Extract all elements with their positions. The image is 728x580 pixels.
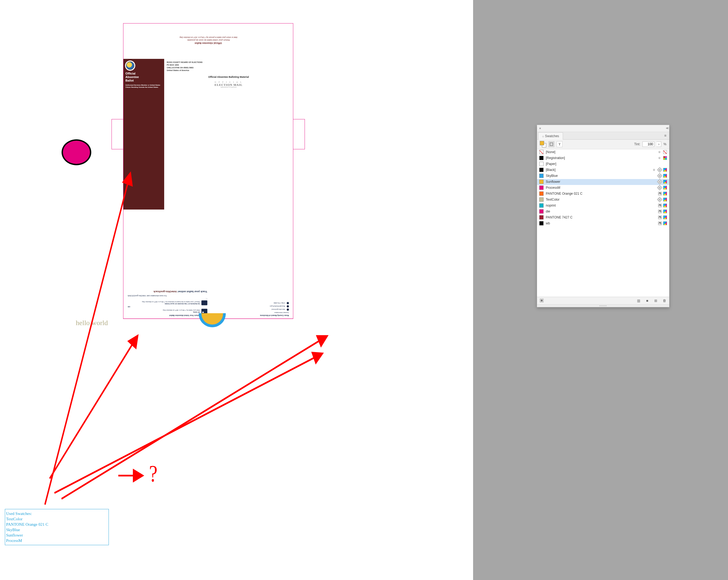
mailbox-icon	[201, 309, 207, 314]
text-formatting-button[interactable]: T	[556, 141, 563, 147]
swatch-name: noprint	[546, 204, 656, 207]
swatch-type-icons	[658, 174, 667, 178]
swatch-name: TextColor	[546, 197, 656, 202]
object-formatting-button[interactable]	[548, 141, 554, 147]
cmyk-mode-icon	[663, 197, 667, 202]
swatch-name: PANTONE 7427 C	[546, 215, 656, 219]
pasteboard[interactable]: ✕ << ◇Swatches ≡ T Tint: > % [None][Regi…	[473, 0, 728, 580]
tab-caret-icon: ◇	[542, 135, 544, 138]
election-mail-logo: O F F I C I A L ELECTION MAIL Authorized…	[167, 81, 290, 88]
howto-mail-row: BY MAIL Mail your ballot by 7:30 p.m. ED…	[128, 309, 207, 314]
question-mark-annotation: ?	[149, 460, 157, 486]
used-swatches-item: PANTONE Orange 021 C	[6, 522, 108, 527]
contact-row: boe.ohio.gov/ross/	[209, 308, 289, 311]
swatch-type-icons	[658, 186, 667, 189]
new-group-button[interactable]: ■	[645, 298, 650, 303]
close-icon[interactable]: ✕	[538, 126, 542, 130]
swatch-row[interactable]: PANTONE 7427 C	[537, 215, 669, 220]
sunflower-half-circle[interactable]	[199, 313, 226, 327]
panel-titlebar[interactable]: ✕ <<	[537, 125, 669, 132]
new-swatch-button[interactable]: ⊞	[653, 298, 658, 303]
swatch-row[interactable]: TextColor	[537, 197, 669, 203]
hello-world-text[interactable]: hello world	[76, 319, 108, 327]
swatch-type-icons	[652, 168, 667, 172]
artboard[interactable]: Official Absentee Ballot Return your vot…	[0, 0, 473, 580]
swatch-name: die	[546, 210, 656, 213]
used-swatches-title: Used Swatches:	[6, 511, 108, 516]
spot-type-icon	[658, 216, 661, 219]
swatch-row[interactable]: noprint	[537, 203, 669, 209]
swatch-options-button[interactable]: ▥	[636, 298, 641, 303]
contact-row: (740) 775-2350	[209, 302, 289, 304]
swatch-row[interactable]: ProcessM	[537, 185, 669, 191]
envelope-top-flap: Official Absentee Ballot Return your vot…	[123, 24, 293, 59]
swatch-type-icons	[658, 197, 667, 202]
collapse-icon[interactable]: <<	[666, 126, 668, 130]
swatch-list-blank[interactable]	[537, 227, 669, 297]
delete-swatch-button[interactable]: 🗑	[662, 298, 667, 303]
swatch-name: [Paper]	[546, 162, 665, 166]
tint-label: Tint:	[634, 142, 640, 146]
used-swatches-box[interactable]: Used Swatches: TextColor PANTONE Orange …	[5, 509, 109, 545]
swatch-row[interactable]: wb	[537, 220, 669, 227]
howto-inperson-row: IN PERSON AT THE BOARD OF ELECTIONS Retu…	[128, 300, 207, 305]
swatch-chip	[539, 203, 544, 208]
cmyk-mode-icon	[663, 186, 667, 189]
swatch-row[interactable]: [Registration]	[537, 155, 669, 161]
cmyk-mode-icon	[663, 174, 667, 178]
fill-stroke-proxy[interactable]	[540, 141, 546, 148]
registration-type-icon	[663, 156, 667, 160]
swatch-type-icons	[658, 180, 667, 184]
envelope-back-flap: Ross County Board of Elections Contact I…	[123, 210, 293, 319]
used-swatches-item: Sunflower	[6, 532, 108, 538]
back-col-contact: Ross County Board of Elections Contact I…	[208, 212, 290, 316]
swatch-chip	[539, 156, 544, 160]
noedit-icon	[658, 150, 661, 154]
swatch-type-icons	[658, 221, 667, 225]
panel-footer: ▥ ■ ⊞ 🗑	[537, 297, 669, 304]
swatch-chip	[539, 174, 544, 178]
tint-unit: %	[664, 142, 667, 146]
swatch-row[interactable]: die	[537, 209, 669, 215]
more-info: For more information visit: VoteOhio.gov…	[128, 295, 207, 296]
svg-line-1	[50, 337, 137, 478]
process-type-icon	[657, 167, 662, 173]
swatch-name: [Black]	[546, 168, 650, 172]
swatch-row[interactable]: SkyBlue	[537, 173, 669, 179]
magenta-ellipse[interactable]	[61, 139, 91, 165]
dot-icon	[286, 305, 289, 307]
swatch-row[interactable]: [Paper]	[537, 161, 669, 167]
swatch-row[interactable]: [None]	[537, 149, 669, 155]
cmyk-mode-icon	[663, 210, 667, 213]
swatch-row[interactable]: Sunflower	[537, 179, 669, 185]
swatch-name: ProcessM	[546, 186, 656, 189]
newill-new-swatch-button[interactable]	[539, 298, 544, 303]
tint-stepper[interactable]: >	[656, 141, 661, 147]
used-swatches-item: ProcessM	[6, 538, 108, 543]
swatch-chip	[539, 215, 544, 219]
swatch-chip	[539, 162, 544, 166]
panel-resize-grip[interactable]	[537, 304, 669, 307]
spot-type-icon	[658, 222, 661, 225]
track-line: Track your ballot online! VoteOhio.gov/t…	[128, 290, 207, 293]
swatch-name: SkyBlue	[546, 174, 656, 178]
tab-swatches[interactable]: ◇Swatches	[538, 132, 563, 140]
top-flap-line2: Mail or return your ballot in person by …	[179, 37, 237, 38]
swatch-row[interactable]: PANTONE Orange 021 C	[537, 191, 669, 197]
noedit-icon	[652, 168, 656, 172]
panel-menu-icon[interactable]: ≡	[661, 133, 669, 138]
swatches-panel[interactable]: ✕ << ◇Swatches ≡ T Tint: > % [None][Regi…	[537, 125, 669, 307]
spot-type-icon	[658, 210, 661, 213]
noedit-icon	[658, 156, 661, 160]
tint-input[interactable]	[642, 141, 654, 147]
envelope-artwork[interactable]: Official Absentee Ballot Return your vot…	[123, 23, 293, 319]
cmyk-mode-icon	[663, 180, 667, 184]
swatch-list[interactable]: [None][Registration][Paper][Black]SkyBlu…	[537, 149, 669, 227]
swatch-chip	[539, 168, 544, 172]
cmyk-mode-icon	[663, 204, 667, 207]
balloting-material-title: Official Absentee Balloting Material	[167, 76, 290, 78]
svg-rect-5	[550, 143, 553, 146]
cmyk-mode-icon	[663, 221, 667, 225]
swatch-type-icons	[658, 192, 667, 195]
swatch-row[interactable]: [Black]	[537, 167, 669, 173]
